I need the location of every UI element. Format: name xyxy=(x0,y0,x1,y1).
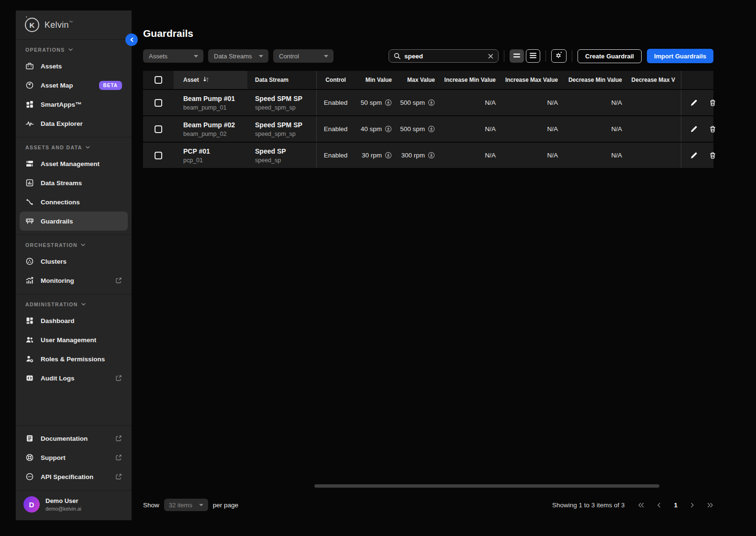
pagination-controls: Showing 1 to 3 items of 3 1 xyxy=(552,502,713,509)
sidebar-collapse-button[interactable] xyxy=(125,34,138,46)
column-header-increase-max[interactable]: Increase Max Value xyxy=(501,71,564,89)
sidebar-item-support[interactable]: Support xyxy=(20,448,128,467)
sidebar-item-roles-permissions[interactable]: Roles & Permissions xyxy=(20,349,128,368)
column-header-decrease-min[interactable]: Decrease Min Value xyxy=(564,71,628,89)
column-header-min-value[interactable]: Min Value xyxy=(355,71,398,89)
search-box xyxy=(389,49,499,63)
gear-icon xyxy=(555,51,563,61)
sidebar: ' K Kelvin™ OPERATIONS Assets Asset Map … xyxy=(16,11,132,520)
stream-name: Speed SP xyxy=(255,147,286,155)
stream-id: speed_spm_sp xyxy=(255,104,296,111)
section-header-assets-and-data[interactable]: ASSETS AND DATA xyxy=(16,137,132,154)
section-header-operations[interactable]: OPERATIONS xyxy=(16,40,132,56)
search-icon xyxy=(394,53,400,59)
decrease-max-cell xyxy=(628,143,681,168)
sidebar-item-asset-map[interactable]: Asset Map BETA xyxy=(20,76,128,95)
filter-data-streams[interactable]: Data Streams xyxy=(208,49,268,63)
sidebar-item-documentation[interactable]: Documentation xyxy=(20,429,128,448)
sidebar-item-audit-logs[interactable]: Audit Logs xyxy=(20,368,128,388)
table-row: PCP #01 pcp_01 Speed SP speed_sp Enabled… xyxy=(143,143,713,168)
rows-three-icon xyxy=(530,52,536,60)
life-ring-icon xyxy=(25,453,34,462)
max-value-cell: 300 rpm xyxy=(398,143,441,168)
column-header-data-stream[interactable]: Data Stream xyxy=(247,71,316,89)
filter-control[interactable]: Control xyxy=(273,49,334,63)
last-page-button[interactable] xyxy=(707,502,713,508)
sidebar-item-smartapps[interactable]: SmartApps™ xyxy=(20,95,128,114)
table-row: Beam Pump #01 beam_pump_01 Speed SPM SP … xyxy=(143,90,713,115)
sidebar-item-asset-management[interactable]: Asset Management xyxy=(20,154,128,173)
edit-icon[interactable] xyxy=(690,99,698,107)
user-profile[interactable]: D Demo User demo@kelvin.ai xyxy=(16,490,132,520)
current-page[interactable]: 1 xyxy=(674,502,678,509)
filter-assets[interactable]: Assets xyxy=(143,49,203,63)
sidebar-item-user-management[interactable]: User Management xyxy=(20,330,128,349)
increase-max-cell: N/A xyxy=(501,143,564,168)
sidebar-item-assets[interactable]: Assets xyxy=(20,56,128,76)
comfortable-view-button[interactable] xyxy=(510,49,524,63)
next-page-button[interactable] xyxy=(690,502,694,508)
section-header-orchestration[interactable]: ORCHESTRATION xyxy=(16,235,132,252)
column-header-control[interactable]: Control xyxy=(316,71,355,89)
users-icon xyxy=(25,335,34,344)
rows-two-icon xyxy=(513,52,520,60)
delete-icon[interactable] xyxy=(709,125,716,133)
external-link-icon xyxy=(115,435,122,442)
route-icon xyxy=(25,198,34,206)
increase-min-cell: N/A xyxy=(441,90,501,115)
nav-section-orchestration: ORCHESTRATION Clusters Monitoring xyxy=(16,235,132,294)
first-page-button[interactable] xyxy=(638,502,644,508)
compact-view-button[interactable] xyxy=(526,49,540,63)
sidebar-item-data-streams[interactable]: Data Streams xyxy=(20,173,128,192)
external-link-icon xyxy=(115,454,122,461)
row-checkbox[interactable] xyxy=(143,143,174,168)
clear-search-icon[interactable] xyxy=(488,54,493,59)
sidebar-item-monitoring[interactable]: Monitoring xyxy=(20,271,128,290)
import-guardrails-button[interactable]: Import Guardrails xyxy=(647,49,713,63)
column-header-max-value[interactable]: Max Value xyxy=(398,71,441,89)
table-row: Beam Pump #02 beam_pump_02 Speed SPM SP … xyxy=(143,116,713,142)
delete-icon[interactable] xyxy=(709,99,716,107)
nav-section-administration: ADMINISTRATION Dashboard User Management… xyxy=(16,294,132,391)
edit-icon[interactable] xyxy=(690,125,698,133)
column-header-increase-min[interactable]: Increase Min Value xyxy=(441,71,501,89)
search-input[interactable] xyxy=(404,53,484,60)
sidebar-item-dashboard[interactable]: Dashboard xyxy=(20,311,128,330)
edit-icon[interactable] xyxy=(690,152,698,159)
sidebar-item-label: Dashboard xyxy=(41,317,75,324)
circle-arrow-down-icon xyxy=(428,125,435,133)
data-stream-cell: Speed SP speed_sp xyxy=(247,143,316,168)
sidebar-item-data-explorer[interactable]: Data Explorer xyxy=(20,114,128,133)
increase-min-cell: N/A xyxy=(441,116,501,142)
table-settings-button[interactable] xyxy=(551,49,567,63)
asset-name: PCP #01 xyxy=(183,147,210,155)
circle-arrow-down-icon xyxy=(385,125,392,133)
sidebar-item-guardrails[interactable]: Guardrails xyxy=(20,212,128,231)
brand-name: Kelvin™ xyxy=(44,20,73,30)
min-value-cell: 30 rpm xyxy=(355,143,398,168)
prev-page-button[interactable] xyxy=(657,502,661,508)
page-size-select[interactable]: 32 items xyxy=(164,499,208,511)
horizontal-scrollbar[interactable] xyxy=(314,484,659,488)
stream-name: Speed SPM SP xyxy=(255,121,302,129)
select-all-checkbox[interactable] xyxy=(143,71,174,89)
stream-id: speed_sp xyxy=(255,157,281,164)
delete-icon[interactable] xyxy=(709,152,716,159)
sidebar-item-connections[interactable]: Connections xyxy=(20,192,128,212)
beta-badge: BETA xyxy=(99,81,122,90)
user-email: demo@kelvin.ai xyxy=(45,506,81,512)
create-guardrail-button[interactable]: Create Guardrail xyxy=(578,49,642,63)
row-checkbox[interactable] xyxy=(143,116,174,142)
column-header-decrease-max[interactable]: Decrease Max V xyxy=(628,71,681,89)
row-checkbox[interactable] xyxy=(143,90,174,115)
chevron-down-icon xyxy=(86,146,90,149)
monitoring-chart-icon xyxy=(25,276,34,285)
sidebar-item-label: Connections xyxy=(41,199,80,206)
sidebar-item-clusters[interactable]: Clusters xyxy=(20,252,128,271)
section-header-administration[interactable]: ADMINISTRATION xyxy=(16,294,132,311)
sidebar-item-api-specification[interactable]: API Specification xyxy=(20,467,128,486)
column-header-asset[interactable]: Asset xyxy=(174,71,247,89)
sidebar-item-label: API Specification xyxy=(41,473,93,480)
circle-arrow-down-icon xyxy=(385,99,392,106)
scrollbar-track xyxy=(143,484,713,488)
